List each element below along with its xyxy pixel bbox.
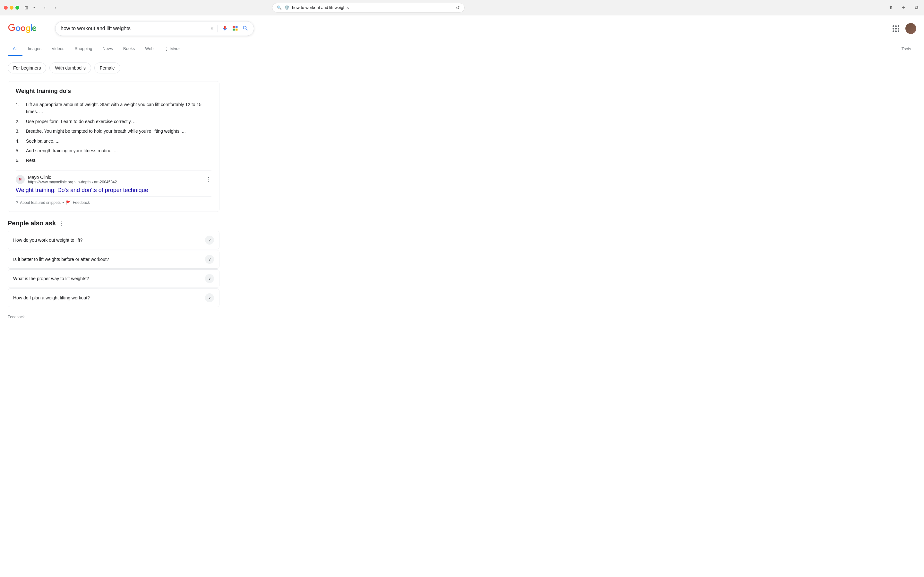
chevron-down-icon[interactable]: ▾ [31,5,37,11]
paa-item-1: How do you work out weight to lift? ∨ [8,231,220,250]
paa-question-1[interactable]: How do you work out weight to lift? ∨ [8,231,219,249]
sidebar-toggle-icon[interactable]: ⊞ [23,5,29,11]
snippet-title: Weight training do's [16,88,212,95]
list-text-5: Add strength training in your fitness ro… [26,147,118,154]
paa-question-text-4: How do I plan a weight lifting workout? [13,295,90,300]
source-menu-icon[interactable]: ⋮ [206,176,212,183]
list-text-1: Lift an appropriate amount of weight. St… [26,101,212,115]
new-tab-button[interactable]: ＋ [900,4,907,11]
address-bar[interactable]: 🔍 🛡️ how to workout and lift weights ↺ [272,3,465,13]
forward-button[interactable]: › [51,4,59,11]
list-item: 2. Use proper form. Learn to do each exe… [16,117,212,126]
chip-female[interactable]: Female [94,63,120,73]
reload-button[interactable]: ↺ [456,5,460,10]
list-item: 1. Lift an appropriate amount of weight.… [16,100,212,117]
apps-button[interactable] [890,23,901,34]
search-nav-items: All Images Videos Shopping News Books We… [8,42,185,56]
nav-item-videos[interactable]: Videos [47,42,69,56]
share-button[interactable]: ⬆ [887,4,895,11]
source-url[interactable]: https://www.mayoclinic.org › in-depth › … [28,180,202,184]
voice-search-button[interactable] [222,25,228,32]
list-num-1: 1. [16,101,22,115]
avatar[interactable] [905,23,916,34]
about-snippets-icon: ? [16,200,18,205]
source-info: Mayo Clinic https://www.mayoclinic.org ›… [28,175,202,184]
list-item: 4. Seek balance. ... [16,136,212,146]
apps-grid-icon [893,25,899,32]
snippet-list: 1. Lift an appropriate amount of weight.… [16,100,212,165]
bottom-feedback[interactable]: Feedback [8,315,220,319]
browser-chrome: ⊞ ▾ ‹ › 🔍 🛡️ how to workout and lift wei… [0,0,924,15]
tools-button[interactable]: Tools [897,43,916,55]
paa-item-4: How do I plan a weight lifting workout? … [8,288,220,307]
section-divider [16,196,212,197]
paa-question-4[interactable]: How do I plan a weight lifting workout? … [8,289,219,307]
list-text-6: Rest. [26,157,37,164]
paa-question-text-1: How do you work out weight to lift? [13,237,82,243]
three-dots-icon: ⋮ [164,46,169,52]
nav-item-images[interactable]: Images [23,42,47,56]
result-link[interactable]: Weight training: Do's and don'ts of prop… [16,187,212,193]
maximize-button[interactable] [15,6,19,10]
chip-with-dumbbells[interactable]: With dumbbells [49,63,91,73]
main-content: For beginners With dumbbells Female Weig… [0,56,289,326]
browser-actions: ⬆ ＋ ⧉ [887,4,920,11]
nav-item-web[interactable]: Web [140,42,159,56]
list-text-2: Use proper form. Learn to do each exerci… [26,118,137,125]
list-num-5: 5. [16,147,22,154]
search-results: For beginners With dumbbells Female Weig… [8,63,220,319]
search-box[interactable]: × [55,21,254,36]
paa-header: People also ask ⋮ [8,219,220,227]
google-logo[interactable] [8,21,46,37]
tab-area: ⊞ ▾ [23,5,37,11]
svg-rect-1 [236,26,237,27]
paa-question-text-2: Is it better to lift weights before or a… [13,257,109,262]
paa-question-text-3: What is the proper way to lift weights? [13,276,89,281]
search-icon: 🔍 [277,5,282,10]
address-text: how to workout and lift weights [292,5,453,10]
nav-item-all[interactable]: All [8,42,23,56]
paa-question-3[interactable]: What is the proper way to lift weights? … [8,269,219,287]
list-text-3: Breathe. You might be tempted to hold yo… [26,127,186,135]
chip-for-beginners[interactable]: For beginners [8,63,46,73]
minimize-button[interactable] [10,6,13,10]
more-label: More [170,47,180,51]
list-num-2: 2. [16,118,22,125]
header-actions [890,23,916,34]
list-num-6: 6. [16,157,22,164]
feedback-icon: 🚩 [66,200,71,205]
suggestion-chips: For beginners With dumbbells Female [8,63,220,73]
paa-title: People also ask [8,219,56,227]
search-nav: All Images Videos Shopping News Books We… [0,42,924,56]
paa-menu-icon[interactable]: ⋮ [58,219,64,227]
search-input[interactable] [61,26,206,31]
nav-item-shopping[interactable]: Shopping [69,42,97,56]
feedback-link[interactable]: Feedback [73,200,90,205]
search-submit-button[interactable] [242,25,249,32]
about-snippets-link[interactable]: About featured snippets [20,200,61,205]
featured-snippet: Weight training do's 1. Lift an appropri… [8,81,220,212]
paa-question-2[interactable]: Is it better to lift weights before or a… [8,250,219,268]
search-divider [218,25,218,32]
svg-rect-0 [233,26,235,27]
nav-more-button[interactable]: ⋮ More [159,42,185,56]
traffic-lights [4,6,19,10]
image-search-button[interactable] [232,25,238,32]
search-box-wrapper: × [55,21,254,36]
clear-search-button[interactable]: × [210,25,214,32]
nav-item-books[interactable]: Books [118,42,140,56]
list-num-4: 4. [16,137,22,145]
back-button[interactable]: ‹ [41,4,49,11]
tabs-button[interactable]: ⧉ [913,4,920,11]
paa-section: People also ask ⋮ How do you work out we… [8,219,220,307]
feedback-separator-dot [63,202,64,203]
list-text-4: Seek balance. ... [26,137,59,145]
paa-expand-icon-2: ∨ [205,255,214,264]
paa-item-2: Is it better to lift weights before or a… [8,250,220,269]
browser-navigation: ‹ › [41,4,59,11]
nav-item-news[interactable]: News [97,42,118,56]
close-button[interactable] [4,6,8,10]
list-item: 5. Add strength training in your fitness… [16,146,212,155]
paa-expand-icon-3: ∨ [205,274,214,283]
favicon-text: M [19,177,21,181]
